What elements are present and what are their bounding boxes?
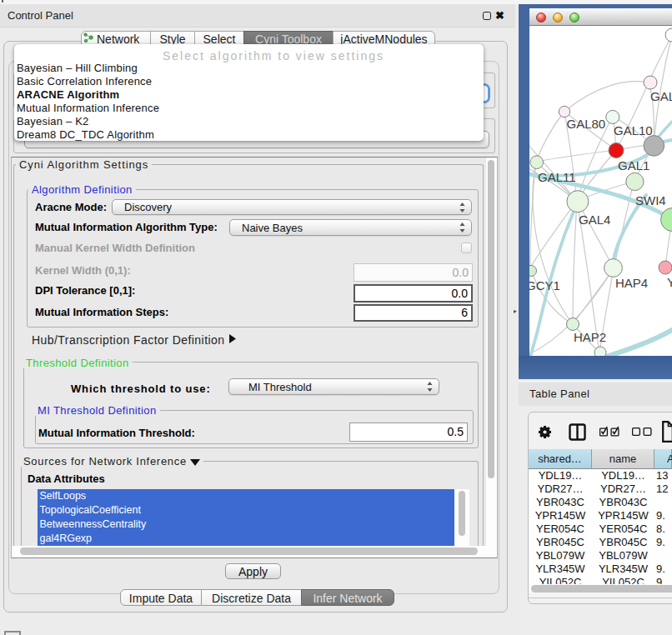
svg-text:SWI4: SWI4 (635, 193, 666, 208)
svg-text:GAL80: GAL80 (567, 117, 606, 131)
svg-text:GAL11: GAL11 (538, 170, 576, 184)
svg-text:HAP4: HAP4 (615, 276, 648, 290)
svg-text:HAP2: HAP2 (574, 330, 606, 344)
svg-text:GAL4: GAL4 (579, 212, 610, 227)
svg-text:GAL1: GAL1 (618, 158, 649, 172)
svg-text:GAL7: GAL7 (650, 89, 672, 103)
svg-text:GCY1: GCY1 (529, 278, 560, 292)
svg-text:GAL10: GAL10 (614, 123, 653, 138)
svg-text:Y: Y (667, 275, 672, 289)
